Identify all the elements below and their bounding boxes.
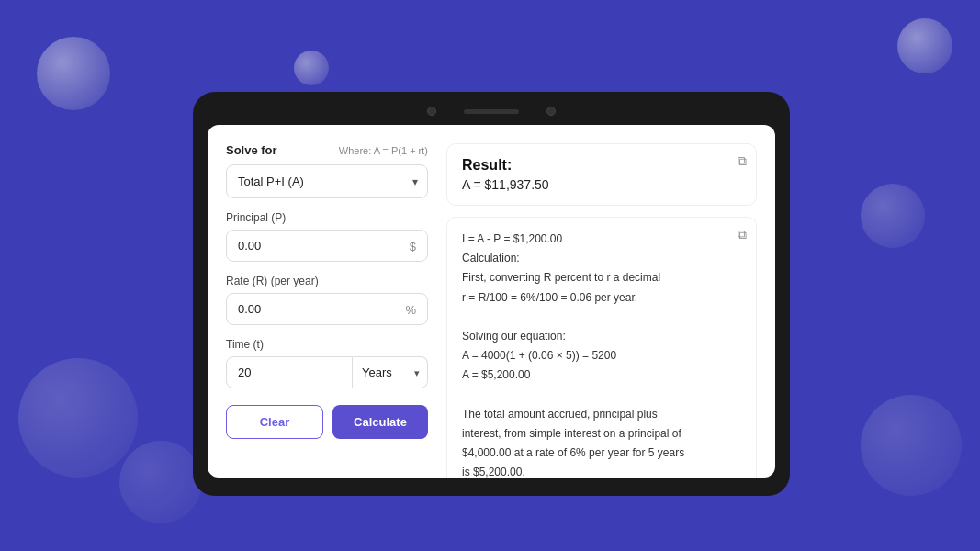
solve-for-section: Solve for Where: A = P(1 + rt) Total P+I… — [226, 143, 428, 198]
detail-line-3: r = R/100 = 6%/100 = 0.06 per year. — [462, 289, 741, 307]
detail-line-0: I = A - P = $1,200.00 — [462, 231, 741, 248]
principal-label: Principal (P) — [226, 211, 428, 224]
detail-line-5: Solving our equation: — [462, 328, 741, 345]
tablet-mic — [546, 107, 556, 116]
time-field-group: Time (t) Years Months Days ▾ — [226, 338, 428, 388]
rate-input[interactable] — [227, 294, 427, 324]
copy-icon: ⧉ — [738, 153, 747, 168]
copy-result-button[interactable]: ⧉ — [738, 153, 747, 169]
decorative-sphere-2 — [294, 51, 329, 85]
rate-suffix: % — [405, 302, 416, 316]
decorative-sphere-3 — [897, 18, 952, 73]
detail-line-9: The total amount accrued, principal plus — [462, 406, 741, 423]
formula-hint: Where: A = P(1 + rt) — [339, 145, 428, 156]
rate-input-wrapper: % — [226, 293, 428, 325]
time-row: Years Months Days ▾ — [226, 356, 428, 388]
principal-suffix: $ — [410, 239, 416, 253]
result-value: A = $11,937.50 — [462, 177, 741, 192]
detail-line-7: A = $5,200.00 — [462, 366, 741, 384]
detail-line-1: Calculation: — [462, 250, 741, 267]
tablet-speaker — [464, 109, 519, 114]
detail-text: I = A - P = $1,200.00 Calculation: First… — [462, 231, 741, 478]
detail-line-8 — [462, 387, 741, 404]
result-title: Result: — [462, 157, 741, 174]
decorative-sphere-6 — [861, 395, 962, 496]
time-input[interactable] — [227, 357, 352, 388]
solve-for-header: Solve for Where: A = P(1 + rt) — [226, 143, 428, 157]
detail-line-11: $4,000.00 at a rate of 6% per year for 5… — [462, 444, 741, 462]
solve-for-select[interactable]: Total P+I (A) Principal (P) Rate (R) Tim… — [227, 165, 427, 197]
left-panel: Solve for Where: A = P(1 + rt) Total P+I… — [226, 143, 428, 459]
button-row: Clear Calculate — [226, 405, 428, 439]
rate-field-group: Rate (R) (per year) % — [226, 275, 428, 325]
calculate-button[interactable]: Calculate — [332, 405, 428, 439]
clear-button[interactable]: Clear — [226, 405, 323, 439]
detail-line-6: A = 4000(1 + (0.06 × 5)) = 5200 — [462, 347, 741, 365]
time-label: Time (t) — [226, 338, 428, 351]
app-screen: Solve for Where: A = P(1 + rt) Total P+I… — [208, 125, 775, 478]
decorative-sphere-4 — [18, 358, 138, 478]
detail-line-12: is $5,200.00. — [462, 464, 741, 478]
rate-label: Rate (R) (per year) — [226, 275, 428, 287]
time-unit-wrapper[interactable]: Years Months Days ▾ — [353, 356, 428, 388]
time-input-wrapper — [226, 356, 353, 388]
solve-for-select-wrapper[interactable]: Total P+I (A) Principal (P) Rate (R) Tim… — [226, 164, 428, 198]
time-unit-select[interactable]: Years Months Days — [353, 357, 427, 388]
detail-line-2: First, converting R percent to r a decim… — [462, 269, 741, 287]
detail-box: ⧉ I = A - P = $1,200.00 Calculation: Fir… — [446, 217, 757, 478]
decorative-sphere-1 — [37, 37, 110, 110]
copy-detail-button[interactable]: ⧉ — [738, 227, 747, 242]
result-box: ⧉ Result: A = $11,937.50 — [446, 143, 757, 206]
principal-input-wrapper: $ — [226, 230, 428, 262]
detail-line-10: interest, from simple interest on a prin… — [462, 425, 741, 443]
tablet-top-bar — [208, 107, 775, 116]
tablet-camera — [427, 107, 436, 116]
principal-field-group: Principal (P) $ — [226, 211, 428, 262]
solve-for-label: Solve for — [226, 143, 277, 157]
decorative-sphere-5 — [119, 441, 202, 523]
decorative-sphere-7 — [861, 184, 925, 248]
principal-input[interactable] — [227, 231, 427, 261]
detail-line-4 — [462, 309, 741, 326]
tablet-frame: Solve for Where: A = P(1 + rt) Total P+I… — [193, 92, 790, 496]
right-panel: ⧉ Result: A = $11,937.50 ⧉ I = A - P = $… — [446, 143, 757, 459]
copy-detail-icon: ⧉ — [738, 227, 747, 242]
